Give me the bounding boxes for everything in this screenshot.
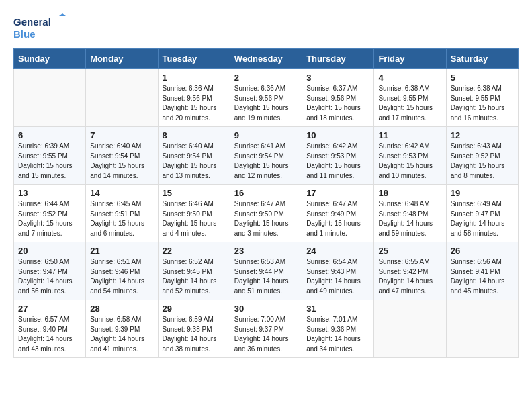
- day-number: 14: [90, 188, 153, 198]
- day-detail: Sunrise: 6:38 AM Sunset: 9:55 PM Dayligh…: [378, 84, 441, 123]
- day-number: 12: [451, 130, 514, 140]
- calendar-cell: 13Sunrise: 6:44 AM Sunset: 9:52 PM Dayli…: [14, 185, 86, 242]
- day-number: 2: [234, 73, 298, 83]
- calendar-cell: 21Sunrise: 6:51 AM Sunset: 9:46 PM Dayli…: [86, 242, 158, 300]
- day-detail: Sunrise: 6:42 AM Sunset: 9:53 PM Dayligh…: [306, 142, 369, 181]
- day-number: 27: [18, 304, 81, 314]
- calendar-cell: [374, 300, 446, 358]
- calendar-cell: 23Sunrise: 6:53 AM Sunset: 9:44 PM Dayli…: [230, 242, 302, 300]
- calendar-cell: 25Sunrise: 6:55 AM Sunset: 9:42 PM Dayli…: [374, 242, 446, 300]
- calendar-cell: 15Sunrise: 6:46 AM Sunset: 9:50 PM Dayli…: [158, 185, 230, 242]
- weekday-header: Friday: [374, 49, 446, 69]
- day-number: 6: [18, 130, 81, 140]
- calendar-week-row: 6Sunrise: 6:39 AM Sunset: 9:55 PM Daylig…: [14, 127, 519, 185]
- day-detail: Sunrise: 6:47 AM Sunset: 9:49 PM Dayligh…: [306, 199, 369, 238]
- calendar-cell: 3Sunrise: 6:37 AM Sunset: 9:56 PM Daylig…: [302, 69, 374, 127]
- day-detail: Sunrise: 6:51 AM Sunset: 9:46 PM Dayligh…: [90, 257, 153, 296]
- calendar-cell: 8Sunrise: 6:40 AM Sunset: 9:54 PM Daylig…: [158, 127, 230, 185]
- calendar-cell: [86, 69, 158, 127]
- calendar-cell: 5Sunrise: 6:38 AM Sunset: 9:55 PM Daylig…: [446, 69, 518, 127]
- day-number: 29: [163, 304, 226, 314]
- logo: General Blue: [13, 13, 67, 42]
- day-detail: Sunrise: 6:57 AM Sunset: 9:40 PM Dayligh…: [18, 315, 81, 354]
- day-detail: Sunrise: 6:42 AM Sunset: 9:53 PM Dayligh…: [378, 142, 441, 181]
- day-number: 21: [90, 246, 153, 256]
- day-number: 25: [378, 246, 441, 256]
- weekday-header: Thursday: [302, 49, 374, 69]
- weekday-header: Monday: [86, 49, 158, 69]
- calendar-cell: 9Sunrise: 6:41 AM Sunset: 9:54 PM Daylig…: [230, 127, 302, 185]
- day-detail: Sunrise: 6:37 AM Sunset: 9:56 PM Dayligh…: [306, 84, 369, 123]
- logo-svg: General Blue: [13, 13, 67, 42]
- day-number: 4: [378, 73, 441, 83]
- day-number: 11: [378, 130, 441, 140]
- day-number: 24: [306, 246, 369, 256]
- day-detail: Sunrise: 6:36 AM Sunset: 9:56 PM Dayligh…: [234, 84, 298, 123]
- calendar-cell: 14Sunrise: 6:45 AM Sunset: 9:51 PM Dayli…: [86, 185, 158, 242]
- day-detail: Sunrise: 6:58 AM Sunset: 9:39 PM Dayligh…: [90, 315, 153, 354]
- day-detail: Sunrise: 6:36 AM Sunset: 9:56 PM Dayligh…: [163, 84, 226, 123]
- calendar-cell: 20Sunrise: 6:50 AM Sunset: 9:47 PM Dayli…: [14, 242, 86, 300]
- day-number: 30: [234, 304, 298, 314]
- day-number: 5: [451, 73, 514, 83]
- page-header: General Blue: [13, 13, 519, 42]
- day-detail: Sunrise: 6:46 AM Sunset: 9:50 PM Dayligh…: [163, 199, 226, 238]
- calendar-cell: 27Sunrise: 6:57 AM Sunset: 9:40 PM Dayli…: [14, 300, 86, 358]
- calendar-cell: 19Sunrise: 6:49 AM Sunset: 9:47 PM Dayli…: [446, 185, 518, 242]
- day-number: 15: [163, 188, 226, 198]
- calendar-cell: 24Sunrise: 6:54 AM Sunset: 9:43 PM Dayli…: [302, 242, 374, 300]
- calendar-cell: 17Sunrise: 6:47 AM Sunset: 9:49 PM Dayli…: [302, 185, 374, 242]
- day-detail: Sunrise: 6:39 AM Sunset: 9:55 PM Dayligh…: [18, 142, 81, 181]
- calendar-cell: 2Sunrise: 6:36 AM Sunset: 9:56 PM Daylig…: [230, 69, 302, 127]
- day-number: 13: [18, 188, 81, 198]
- calendar-cell: 4Sunrise: 6:38 AM Sunset: 9:55 PM Daylig…: [374, 69, 446, 127]
- svg-marker-2: [59, 13, 66, 16]
- day-number: 16: [234, 188, 298, 198]
- day-detail: Sunrise: 6:48 AM Sunset: 9:48 PM Dayligh…: [378, 199, 441, 238]
- calendar-week-row: 13Sunrise: 6:44 AM Sunset: 9:52 PM Dayli…: [14, 185, 519, 242]
- day-detail: Sunrise: 6:50 AM Sunset: 9:47 PM Dayligh…: [18, 257, 81, 296]
- svg-text:Blue: Blue: [13, 28, 36, 40]
- calendar-cell: 22Sunrise: 6:52 AM Sunset: 9:45 PM Dayli…: [158, 242, 230, 300]
- day-detail: Sunrise: 6:55 AM Sunset: 9:42 PM Dayligh…: [378, 257, 441, 296]
- weekday-header: Tuesday: [158, 49, 230, 69]
- day-number: 23: [234, 246, 298, 256]
- day-detail: Sunrise: 6:41 AM Sunset: 9:54 PM Dayligh…: [234, 142, 298, 181]
- day-number: 28: [90, 304, 153, 314]
- day-number: 10: [306, 130, 369, 140]
- calendar-cell: 12Sunrise: 6:43 AM Sunset: 9:52 PM Dayli…: [446, 127, 518, 185]
- calendar-week-row: 20Sunrise: 6:50 AM Sunset: 9:47 PM Dayli…: [14, 242, 519, 300]
- day-detail: Sunrise: 6:38 AM Sunset: 9:55 PM Dayligh…: [451, 84, 514, 123]
- day-detail: Sunrise: 6:56 AM Sunset: 9:41 PM Dayligh…: [451, 257, 514, 296]
- day-detail: Sunrise: 6:43 AM Sunset: 9:52 PM Dayligh…: [451, 142, 514, 181]
- calendar-table: SundayMondayTuesdayWednesdayThursdayFrid…: [13, 48, 519, 358]
- day-detail: Sunrise: 7:00 AM Sunset: 9:37 PM Dayligh…: [234, 315, 298, 354]
- day-detail: Sunrise: 7:01 AM Sunset: 9:36 PM Dayligh…: [306, 315, 369, 354]
- calendar-cell: [446, 300, 518, 358]
- day-number: 7: [90, 130, 153, 140]
- day-detail: Sunrise: 6:45 AM Sunset: 9:51 PM Dayligh…: [90, 199, 153, 238]
- day-number: 26: [451, 246, 514, 256]
- calendar-cell: 1Sunrise: 6:36 AM Sunset: 9:56 PM Daylig…: [158, 69, 230, 127]
- day-number: 9: [234, 130, 298, 140]
- weekday-header: Sunday: [14, 49, 86, 69]
- day-detail: Sunrise: 6:47 AM Sunset: 9:50 PM Dayligh…: [234, 199, 298, 238]
- calendar-cell: 28Sunrise: 6:58 AM Sunset: 9:39 PM Dayli…: [86, 300, 158, 358]
- calendar-cell: [14, 69, 86, 127]
- day-detail: Sunrise: 6:52 AM Sunset: 9:45 PM Dayligh…: [163, 257, 226, 296]
- calendar-header-row: SundayMondayTuesdayWednesdayThursdayFrid…: [14, 49, 519, 69]
- weekday-header: Saturday: [446, 49, 518, 69]
- day-number: 8: [163, 130, 226, 140]
- day-detail: Sunrise: 6:44 AM Sunset: 9:52 PM Dayligh…: [18, 199, 81, 238]
- calendar-cell: 7Sunrise: 6:40 AM Sunset: 9:54 PM Daylig…: [86, 127, 158, 185]
- day-number: 22: [163, 246, 226, 256]
- calendar-cell: 18Sunrise: 6:48 AM Sunset: 9:48 PM Dayli…: [374, 185, 446, 242]
- day-detail: Sunrise: 6:54 AM Sunset: 9:43 PM Dayligh…: [306, 257, 369, 296]
- calendar-cell: 26Sunrise: 6:56 AM Sunset: 9:41 PM Dayli…: [446, 242, 518, 300]
- day-number: 19: [451, 188, 514, 198]
- calendar-week-row: 27Sunrise: 6:57 AM Sunset: 9:40 PM Dayli…: [14, 300, 519, 358]
- day-number: 1: [163, 73, 226, 83]
- day-number: 31: [306, 304, 369, 314]
- day-detail: Sunrise: 6:40 AM Sunset: 9:54 PM Dayligh…: [163, 142, 226, 181]
- day-detail: Sunrise: 6:40 AM Sunset: 9:54 PM Dayligh…: [90, 142, 153, 181]
